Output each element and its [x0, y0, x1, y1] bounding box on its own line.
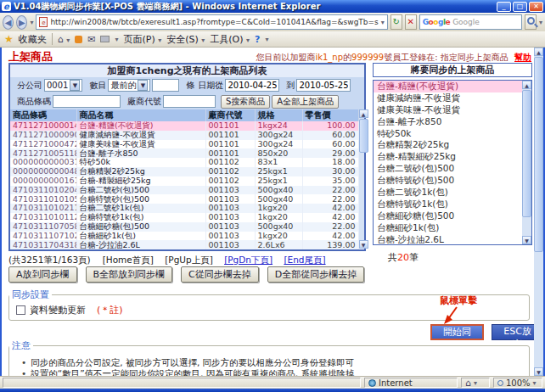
back-button[interactable]: ◀ — [3, 15, 14, 30]
sync-list-item[interactable]: 台鹽-離子水850 — [374, 116, 522, 128]
scroll-down-icon[interactable]: ▼ — [522, 236, 531, 244]
table-row[interactable]: 0000000000048台糖精製2砂25kg00110225kgx130.00 — [10, 167, 358, 176]
forward-button[interactable]: ▶ — [16, 15, 27, 30]
table-row[interactable]: 4710311010105台糖特號砂(包)500001103500gx4022.… — [10, 194, 358, 204]
col-name: 商品名稱 — [76, 109, 205, 121]
date-from-input[interactable] — [225, 79, 279, 92]
scrollbar-thumb[interactable] — [359, 119, 368, 153]
all-products-button[interactable]: A全部上架商品 — [272, 95, 339, 109]
date-to-input[interactable] — [296, 79, 351, 92]
scroll-down-icon[interactable]: ▼ — [359, 240, 368, 249]
home-icon[interactable]: ⌂ ▾ — [58, 34, 70, 45]
url-field[interactable]: e http://win2008/tw/btcb/exeresult1.asp?… — [36, 14, 387, 30]
close-button[interactable]: ✕ — [529, 2, 543, 12]
table-row[interactable]: 4711271000090健康減納鹽-不收退貨001101300gx2460.0… — [10, 131, 358, 140]
table-cell: 特砂50k — [76, 158, 205, 167]
sync-list-item[interactable]: 台糖細砂1k(包) — [374, 222, 522, 234]
sync-action-button[interactable]: A放到同步欄 — [8, 266, 77, 283]
table-cell: 22.00 — [302, 222, 358, 232]
barcode-input[interactable] — [53, 95, 121, 108]
safety-menu[interactable]: 安全(S) ▾ — [166, 33, 205, 46]
sync-list-item[interactable]: 台糖-沙拉油2.6L — [374, 234, 522, 244]
sync-action-button[interactable]: B全部放到同步欄 — [86, 266, 173, 283]
pgup-label: [PgUp上頁] — [165, 255, 213, 265]
data-update-checkbox[interactable] — [16, 305, 25, 315]
search-products-button[interactable]: S搜索商品 — [221, 95, 270, 109]
table-row[interactable]: 4710311010112台糖特號砂1k(包)0011031kgx2042.00 — [10, 213, 358, 222]
count-input[interactable] — [152, 79, 179, 92]
sync-list-scrollbar[interactable]: ▲ ▼ — [522, 81, 531, 244]
mail-icon[interactable]: ✉ — [87, 34, 95, 45]
maximize-button[interactable]: □ — [513, 2, 527, 12]
favorites-menu[interactable]: 收藏夹 — [19, 33, 47, 46]
protected-mode-pane[interactable]: ⌂ ▾ — [461, 378, 490, 388]
sync-list-item[interactable]: 健康美味鹽-不收退貨 — [374, 104, 522, 116]
sync-list-item[interactable]: 台糖-精製細砂25kg — [374, 151, 522, 163]
table-row[interactable]: 0000000000031特砂50k00110283x118.00 — [10, 158, 358, 167]
minimize-button[interactable]: _ — [497, 2, 511, 12]
scroll-up-icon[interactable]: ▲ — [359, 109, 368, 118]
chevron-down-icon[interactable]: ▾ — [533, 379, 537, 387]
table-scrollbar[interactable]: ▲ ▼ — [359, 109, 365, 249]
sync-list-item[interactable]: 台糖二號砂1k(包) — [374, 187, 522, 199]
page-menu[interactable]: 页面(P) ▾ — [124, 33, 162, 46]
search-options-dropdown-icon[interactable]: ▾ — [539, 19, 542, 26]
sync-list-item[interactable]: 台糖細砂糖(包)500 — [374, 210, 522, 222]
page-scrollbar[interactable]: ▲ ▼ — [534, 48, 543, 376]
help-dropdown-icon[interactable]: ▾ — [265, 36, 268, 43]
print-icon[interactable] — [100, 36, 110, 42]
filter-row-2: 商品條碼 廠商代號 S搜索商品 A全部上架商品 — [10, 93, 364, 109]
favorites-star-icon[interactable]: ★ — [4, 33, 14, 45]
sync-action-button[interactable]: D全部從同步欄去掉 — [267, 266, 364, 283]
search-box[interactable]: Google Google — [419, 14, 522, 30]
scroll-up-icon[interactable]: ▲ — [534, 48, 543, 56]
table-cell: 25kgx1 — [255, 167, 302, 176]
table-row[interactable]: 4711271005118台鹽-離子水850001101850x2029.00 — [10, 148, 358, 158]
vendor-input[interactable] — [163, 95, 216, 108]
table-row[interactable]: 4711271000014台鹽-精鹽(不收退貨)0011011kgx24100.… — [10, 121, 358, 131]
search-input[interactable]: Google — [452, 18, 480, 26]
rss-feed-icon[interactable] — [75, 36, 82, 43]
scrollbar-thumb[interactable] — [522, 90, 531, 217]
table-cell: 83x1 — [255, 158, 302, 167]
table-row[interactable]: 4710311107058台糖細砂糖(包)500001103500gx4022.… — [10, 222, 358, 232]
zoom-pane[interactable]: 100% ▾ — [493, 378, 542, 388]
url-dropdown-icon[interactable]: ▾ — [381, 19, 385, 26]
product-list-panel: 加盟商1cheng之現有的上架商品列表 分公司 0001▼ 數目 最前的▼ 條 … — [8, 63, 366, 251]
table-row[interactable]: 4711271000472健康美味鹽-不收退貨001101300gx2460.0… — [10, 140, 358, 149]
sync-list-item[interactable]: 台糖特號砂(包)500 — [374, 175, 522, 187]
sync-list-title: 將要同步的上架商品 — [373, 63, 532, 77]
table-cell: 42.00 — [302, 204, 358, 213]
table-row[interactable]: 0000000000161台糖-精製細砂25kg00110225kgx135.0… — [10, 176, 358, 186]
search-go-button[interactable] — [525, 14, 537, 30]
url-text[interactable]: http://win2008/tw/btcb/exeresult1.asp?fr… — [50, 18, 378, 26]
history-dropdown-icon[interactable]: ▾ — [30, 19, 33, 26]
chevron-down-icon[interactable]: ▾ — [474, 379, 477, 387]
print-dropdown-icon[interactable]: ▾ — [115, 36, 118, 43]
table-row[interactable]: 4710311010204台糖二號砂(包)500001103500gx4022.… — [10, 186, 358, 195]
start-sync-button[interactable]: 開始同步 — [430, 324, 484, 340]
count-select[interactable]: 最前的▼ — [108, 79, 150, 92]
pgdn-link[interactable]: [PgDn下頁] — [224, 255, 272, 265]
scroll-down-icon[interactable]: ▼ — [534, 367, 543, 376]
pagination: (共3251筆1/163頁) [Home首頁] [PgUp上頁] [PgDn下頁… — [8, 255, 334, 266]
end-page-link[interactable]: [End尾頁] — [284, 255, 325, 265]
tools-menu[interactable]: 工具(O) ▾ — [210, 33, 250, 46]
help-icon[interactable]: ? — [255, 34, 260, 45]
sync-list-item[interactable]: 台糖精製2砂25kg — [374, 139, 522, 151]
scroll-up-icon[interactable]: ▲ — [522, 81, 531, 89]
table-row[interactable]: 4710311704318台糖-沙拉油2.6L0011032.6Lx6139.0… — [10, 240, 358, 249]
branch-select[interactable]: 0001▼ — [44, 79, 82, 92]
sync-action-button[interactable]: C從同步欄去掉 — [181, 266, 259, 283]
sync-list-item[interactable]: 健康減納鹽-不收退貨 — [374, 92, 522, 104]
sync-list-item[interactable]: 台鹽-精鹽(不收退貨) — [374, 81, 522, 92]
sync-list-item[interactable]: 台糖二號砂(包)500 — [374, 163, 522, 175]
scrollbar-thumb[interactable] — [534, 57, 543, 252]
table-row[interactable]: 4710311010211台糖二號砂1k(包)0011031kgx2042.00 — [10, 204, 358, 213]
sync-list-item[interactable]: 特砂50k — [374, 128, 522, 140]
stop-button[interactable]: ✕ — [405, 14, 417, 30]
help-link[interactable]: 幫助 — [514, 53, 531, 62]
sync-list-item[interactable]: 台糖特號砂1k(包) — [374, 199, 522, 210]
table-row[interactable]: 4710311107102台糖細砂1k(包)0011031kgx2042.00 — [10, 232, 358, 241]
refresh-button[interactable]: ↻ — [390, 14, 402, 30]
